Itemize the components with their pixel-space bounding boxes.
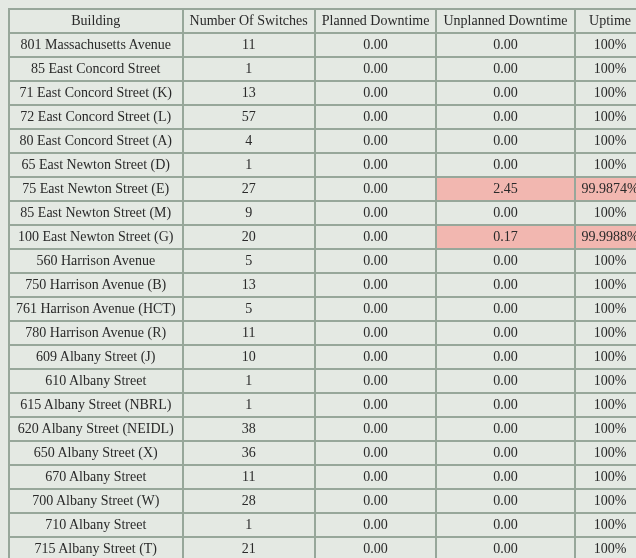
- cell-uptime: 100%: [576, 514, 637, 536]
- cell-uptime: 100%: [576, 442, 637, 464]
- cell-building: 75 East Newton Street (E): [10, 178, 182, 200]
- table-row: 761 Harrison Avenue (HCT)50.000.00100%: [10, 298, 636, 320]
- cell-building: 801 Massachusetts Avenue: [10, 34, 182, 56]
- cell-building: 80 East Concord Street (A): [10, 130, 182, 152]
- cell-switches: 10: [184, 346, 314, 368]
- table-row: 801 Massachusetts Avenue110.000.00100%: [10, 34, 636, 56]
- cell-unplanned: 0.00: [437, 442, 573, 464]
- cell-building: 609 Albany Street (J): [10, 346, 182, 368]
- table-row: 650 Albany Street (X)360.000.00100%: [10, 442, 636, 464]
- cell-building: 72 East Concord Street (L): [10, 106, 182, 128]
- cell-switches: 4: [184, 130, 314, 152]
- cell-building: 615 Albany Street (NBRL): [10, 394, 182, 416]
- cell-uptime: 100%: [576, 34, 637, 56]
- cell-planned: 0.00: [316, 106, 436, 128]
- cell-planned: 0.00: [316, 274, 436, 296]
- cell-unplanned: 0.00: [437, 130, 573, 152]
- table-row: 750 Harrison Avenue (B)130.000.00100%: [10, 274, 636, 296]
- cell-unplanned: 0.00: [437, 298, 573, 320]
- cell-unplanned: 0.00: [437, 346, 573, 368]
- cell-building: 100 East Newton Street (G): [10, 226, 182, 248]
- table-row: 71 East Concord Street (K)130.000.00100%: [10, 82, 636, 104]
- cell-building: 560 Harrison Avenue: [10, 250, 182, 272]
- cell-uptime: 99.9874%: [576, 178, 637, 200]
- cell-unplanned: 0.00: [437, 58, 573, 80]
- table-row: 75 East Newton Street (E)270.002.4599.98…: [10, 178, 636, 200]
- cell-unplanned: 0.00: [437, 490, 573, 512]
- cell-building: 650 Albany Street (X): [10, 442, 182, 464]
- cell-planned: 0.00: [316, 82, 436, 104]
- cell-uptime: 100%: [576, 82, 637, 104]
- cell-switches: 5: [184, 250, 314, 272]
- cell-building: 750 Harrison Avenue (B): [10, 274, 182, 296]
- cell-uptime: 100%: [576, 394, 637, 416]
- cell-planned: 0.00: [316, 418, 436, 440]
- cell-switches: 1: [184, 394, 314, 416]
- cell-uptime: 99.9988%: [576, 226, 637, 248]
- cell-uptime: 100%: [576, 130, 637, 152]
- cell-switches: 1: [184, 154, 314, 176]
- cell-building: 85 East Newton Street (M): [10, 202, 182, 224]
- cell-building: 85 East Concord Street: [10, 58, 182, 80]
- table-row: 620 Albany Street (NEIDL)380.000.00100%: [10, 418, 636, 440]
- cell-uptime: 100%: [576, 202, 637, 224]
- cell-switches: 5: [184, 298, 314, 320]
- cell-switches: 28: [184, 490, 314, 512]
- cell-building: 620 Albany Street (NEIDL): [10, 418, 182, 440]
- table-row: 780 Harrison Avenue (R)110.000.00100%: [10, 322, 636, 344]
- cell-switches: 1: [184, 370, 314, 392]
- cell-unplanned: 0.00: [437, 394, 573, 416]
- cell-building: 700 Albany Street (W): [10, 490, 182, 512]
- cell-unplanned: 0.00: [437, 514, 573, 536]
- cell-switches: 21: [184, 538, 314, 558]
- cell-switches: 13: [184, 274, 314, 296]
- cell-unplanned: 0.00: [437, 34, 573, 56]
- col-building: Building: [10, 10, 182, 32]
- cell-unplanned: 0.00: [437, 538, 573, 558]
- cell-planned: 0.00: [316, 178, 436, 200]
- table-row: 85 East Concord Street10.000.00100%: [10, 58, 636, 80]
- cell-uptime: 100%: [576, 106, 637, 128]
- cell-planned: 0.00: [316, 58, 436, 80]
- cell-building: 65 East Newton Street (D): [10, 154, 182, 176]
- cell-switches: 13: [184, 82, 314, 104]
- table-row: 560 Harrison Avenue50.000.00100%: [10, 250, 636, 272]
- cell-uptime: 100%: [576, 274, 637, 296]
- cell-unplanned: 0.00: [437, 82, 573, 104]
- cell-switches: 36: [184, 442, 314, 464]
- table-row: 609 Albany Street (J)100.000.00100%: [10, 346, 636, 368]
- cell-planned: 0.00: [316, 250, 436, 272]
- cell-planned: 0.00: [316, 130, 436, 152]
- table-row: 670 Albany Street110.000.00100%: [10, 466, 636, 488]
- table-row: 615 Albany Street (NBRL)10.000.00100%: [10, 394, 636, 416]
- cell-uptime: 100%: [576, 370, 637, 392]
- cell-unplanned: 0.17: [437, 226, 573, 248]
- cell-uptime: 100%: [576, 466, 637, 488]
- cell-switches: 11: [184, 466, 314, 488]
- cell-planned: 0.00: [316, 346, 436, 368]
- table-row: 72 East Concord Street (L)570.000.00100%: [10, 106, 636, 128]
- cell-unplanned: 0.00: [437, 322, 573, 344]
- cell-planned: 0.00: [316, 466, 436, 488]
- cell-planned: 0.00: [316, 154, 436, 176]
- cell-unplanned: 0.00: [437, 250, 573, 272]
- cell-unplanned: 0.00: [437, 106, 573, 128]
- cell-uptime: 100%: [576, 346, 637, 368]
- cell-building: 71 East Concord Street (K): [10, 82, 182, 104]
- cell-planned: 0.00: [316, 394, 436, 416]
- cell-uptime: 100%: [576, 250, 637, 272]
- cell-unplanned: 0.00: [437, 370, 573, 392]
- cell-switches: 11: [184, 34, 314, 56]
- cell-uptime: 100%: [576, 154, 637, 176]
- cell-uptime: 100%: [576, 58, 637, 80]
- cell-uptime: 100%: [576, 490, 637, 512]
- table-row: 80 East Concord Street (A)40.000.00100%: [10, 130, 636, 152]
- cell-planned: 0.00: [316, 34, 436, 56]
- cell-building: 761 Harrison Avenue (HCT): [10, 298, 182, 320]
- table-row: 610 Albany Street10.000.00100%: [10, 370, 636, 392]
- cell-switches: 1: [184, 58, 314, 80]
- cell-unplanned: 0.00: [437, 154, 573, 176]
- cell-uptime: 100%: [576, 538, 637, 558]
- col-uptime: Uptime: [576, 10, 637, 32]
- cell-switches: 20: [184, 226, 314, 248]
